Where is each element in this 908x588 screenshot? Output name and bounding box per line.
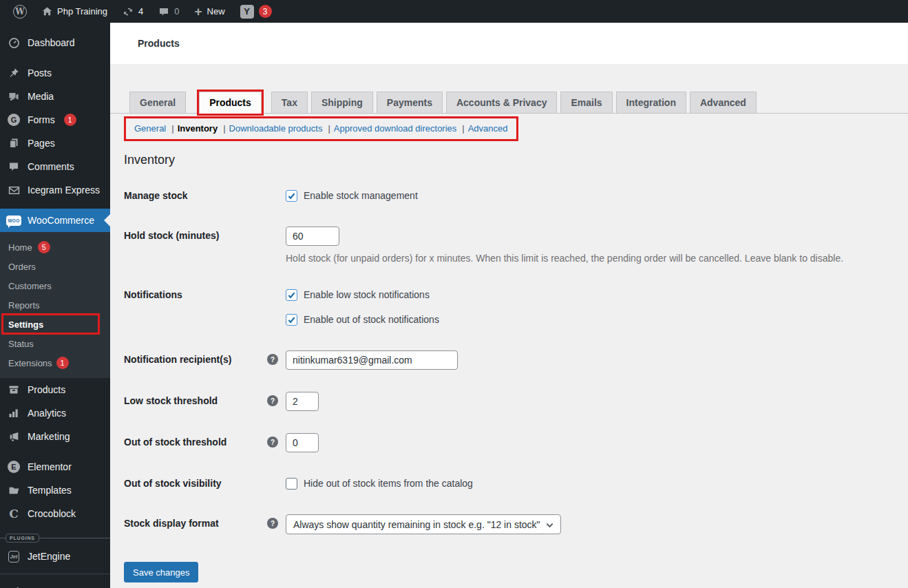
- sidebar-item-dashboard[interactable]: Dashboard: [0, 31, 110, 54]
- home-icon: [42, 6, 52, 17]
- sidebar-item-forms[interactable]: G Forms 1: [0, 108, 110, 132]
- enable-low-stock-notifications-checkbox[interactable]: Enable low stock notifications: [286, 286, 439, 304]
- tab-integration[interactable]: Integration: [616, 92, 686, 114]
- help-icon[interactable]: ?: [267, 518, 278, 529]
- out-of-stock-threshold-input[interactable]: [286, 433, 319, 452]
- crocoblock-icon: C: [6, 508, 21, 520]
- hold-stock-input[interactable]: [286, 227, 339, 246]
- pushpin-icon: [6, 67, 21, 78]
- checkbox-checked[interactable]: [286, 190, 297, 202]
- submenu-item-customers[interactable]: Customers: [0, 276, 110, 295]
- stock-display-format-select[interactable]: Always show quantity remaining in stock …: [286, 514, 561, 534]
- tab-tax[interactable]: Tax: [271, 92, 308, 114]
- sidebar-item-label: WooCommerce: [28, 215, 94, 226]
- sidebar-item-jetengine[interactable]: Jet JetEngine: [0, 545, 110, 568]
- field-label: Low stock threshold: [124, 392, 267, 406]
- hide-out-of-stock-checkbox[interactable]: Hide out of stock items from the catalog: [286, 474, 473, 492]
- tab-payments[interactable]: Payments: [377, 92, 443, 114]
- sidebar-item-icegram-express[interactable]: Icegram Express: [0, 178, 110, 202]
- sidebar-item-pages[interactable]: Pages: [0, 132, 110, 155]
- new-content-button[interactable]: + New: [187, 0, 232, 23]
- tab-emails[interactable]: Emails: [560, 92, 612, 114]
- analytics-icon: [6, 408, 21, 419]
- breadcrumb-bar: Products: [110, 23, 908, 64]
- submenu-item-status[interactable]: Status: [0, 334, 110, 353]
- sidebar-item-crocoblock[interactable]: C Crocoblock: [0, 502, 110, 525]
- pages-icon: [6, 138, 21, 149]
- sidebar-item-label: Comments: [28, 161, 74, 172]
- enable-stock-management-checkbox[interactable]: Enable stock management: [286, 187, 418, 204]
- submenu-item-reports[interactable]: Reports: [0, 295, 110, 315]
- sidebar-item-woocommerce[interactable]: WOO WooCommerce: [0, 209, 110, 232]
- comments-icon: [6, 161, 21, 172]
- submenu-item-label: Status: [8, 339, 34, 349]
- sidebar-item-label: Products: [28, 384, 65, 395]
- sidebar-item-posts[interactable]: Posts: [0, 61, 110, 85]
- field-label: Out of stock visibility: [124, 474, 267, 489]
- tab-advanced[interactable]: Advanced: [690, 92, 757, 114]
- enable-out-of-stock-notifications-checkbox[interactable]: Enable out of stock notifications: [286, 311, 439, 328]
- sidebar-item-comments[interactable]: Comments: [0, 155, 110, 178]
- subnav-link-advanced[interactable]: Advanced: [468, 123, 508, 134]
- field-label: Stock display format: [124, 514, 267, 529]
- menu-separator: [0, 202, 110, 209]
- updates-indicator[interactable]: 4: [115, 0, 151, 23]
- updates-icon: [123, 6, 134, 17]
- help-icon[interactable]: ?: [267, 437, 278, 448]
- save-changes-button[interactable]: Save changes: [124, 562, 198, 582]
- sidebar-item-marketing[interactable]: Marketing: [0, 425, 110, 448]
- form-row-out-of-stock-threshold: Out of stock threshold ?: [124, 433, 908, 452]
- sidebar-item-elementor[interactable]: E Elementor: [0, 455, 110, 479]
- submenu-item-orders[interactable]: Orders: [0, 257, 110, 276]
- sidebar-item-media[interactable]: Media: [0, 85, 110, 108]
- subnav-current-inventory[interactable]: Inventory: [178, 123, 218, 134]
- subnav-link-downloadable-products[interactable]: Downloadable products: [229, 123, 323, 134]
- tab-products[interactable]: Products: [199, 92, 262, 114]
- form-row-low-stock-threshold: Low stock threshold ?: [124, 392, 908, 411]
- products-icon: [6, 384, 21, 395]
- comment-bubble-icon: [158, 6, 169, 17]
- submenu-item-label: Home: [8, 242, 32, 253]
- sidebar-item-label: Marketing: [28, 431, 70, 442]
- checkbox-unchecked[interactable]: [286, 478, 297, 490]
- subnav-separator: |: [328, 123, 330, 134]
- sidebar-item-appearance[interactable]: Appearance: [0, 580, 110, 588]
- breadcrumb-title: Products: [138, 38, 180, 49]
- field-label: Manage stock: [124, 187, 267, 201]
- checkbox-checked[interactable]: [286, 289, 297, 301]
- subnav-link-approved-download-directories[interactable]: Approved download directories: [334, 123, 457, 134]
- low-stock-threshold-input[interactable]: [286, 392, 319, 411]
- sidebar-item-products[interactable]: Products: [0, 378, 110, 401]
- sidebar-item-label: Pages: [28, 138, 55, 149]
- hold-stock-description: Hold stock (for unpaid orders) for x min…: [286, 253, 843, 264]
- subnav-link-general[interactable]: General: [134, 123, 166, 134]
- checkbox-label: Enable low stock notifications: [304, 289, 430, 300]
- checkbox-label: Hide out of stock items from the catalog: [304, 478, 473, 489]
- comments-indicator[interactable]: 0: [151, 0, 187, 23]
- help-icon[interactable]: ?: [267, 395, 278, 406]
- select-value: Always show quantity remaining in stock …: [293, 519, 540, 530]
- tab-shipping[interactable]: Shipping: [311, 92, 373, 114]
- sidebar-item-analytics[interactable]: Analytics: [0, 401, 110, 425]
- sidebar-item-templates[interactable]: Templates: [0, 479, 110, 502]
- submenu-item-settings[interactable]: Settings: [0, 315, 110, 334]
- notification-recipients-input[interactable]: [286, 350, 458, 370]
- wordpress-logo[interactable]: W: [6, 0, 34, 23]
- tab-general[interactable]: General: [129, 92, 186, 114]
- yoast-seo-indicator[interactable]: Y 3: [233, 0, 279, 23]
- updates-count: 4: [138, 6, 143, 17]
- woocommerce-icon: WOO: [6, 216, 21, 226]
- checkbox-checked[interactable]: [286, 314, 297, 326]
- submenu-item-home[interactable]: Home 5: [0, 238, 110, 257]
- help-icon[interactable]: ?: [267, 354, 278, 365]
- subnav-separator: |: [223, 123, 225, 134]
- site-name-link[interactable]: Php Training: [34, 0, 115, 23]
- yoast-notification-badge: 3: [259, 5, 272, 18]
- sidebar-item-label: Forms: [28, 114, 55, 125]
- submenu-item-extensions[interactable]: Extensions 1: [0, 353, 110, 372]
- tab-accounts-privacy[interactable]: Accounts & Privacy: [446, 92, 558, 114]
- sidebar-item-label: Dashboard: [28, 37, 75, 48]
- sidebar-item-label: Media: [28, 91, 54, 102]
- form-row-notification-recipients: Notification recipient(s) ?: [124, 350, 908, 370]
- field-label: Out of stock threshold: [124, 433, 267, 448]
